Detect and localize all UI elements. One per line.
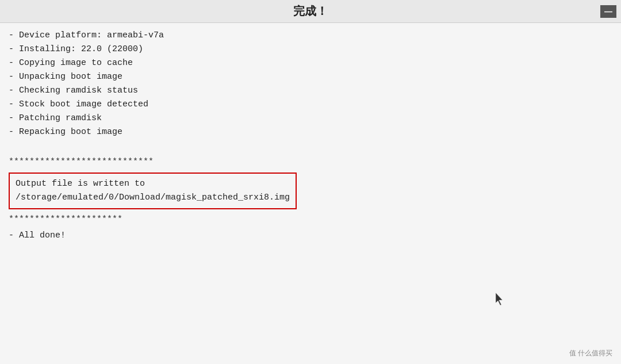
- log-line-4: - Unpacking boot image: [9, 70, 612, 84]
- output-line-2: /storage/emulated/0/Download/magisk_patc…: [16, 191, 290, 205]
- log-line-8: - Repacking boot image: [9, 125, 612, 139]
- output-box: Output file is written to /storage/emula…: [9, 173, 297, 209]
- stars-bottom: **********************: [9, 213, 612, 227]
- log-line-6: - Stock boot image detected: [9, 98, 612, 112]
- output-line-1: Output file is written to: [16, 177, 290, 191]
- log-line-2: - Installing: 22.0 (22000): [9, 43, 612, 56]
- log-line-3: - Copying image to cache: [9, 56, 612, 70]
- log-line-1: - Device platform: armeabi-v7a: [9, 29, 612, 43]
- minimize-button[interactable]: [600, 5, 616, 18]
- log-line-7: - Patching ramdisk: [9, 112, 612, 125]
- main-content: - Device platform: armeabi-v7a - Install…: [0, 23, 621, 364]
- log-area: - Device platform: armeabi-v7a - Install…: [9, 29, 612, 243]
- mouse-cursor: [494, 292, 506, 306]
- log-line-5: - Checking ramdisk status: [9, 84, 612, 98]
- page-title: 完成！: [293, 3, 328, 19]
- final-line: - All done!: [9, 229, 612, 243]
- stars-top: ****************************: [9, 155, 612, 169]
- watermark: 值 什么值得买: [569, 348, 612, 358]
- top-bar: 完成！: [0, 0, 621, 23]
